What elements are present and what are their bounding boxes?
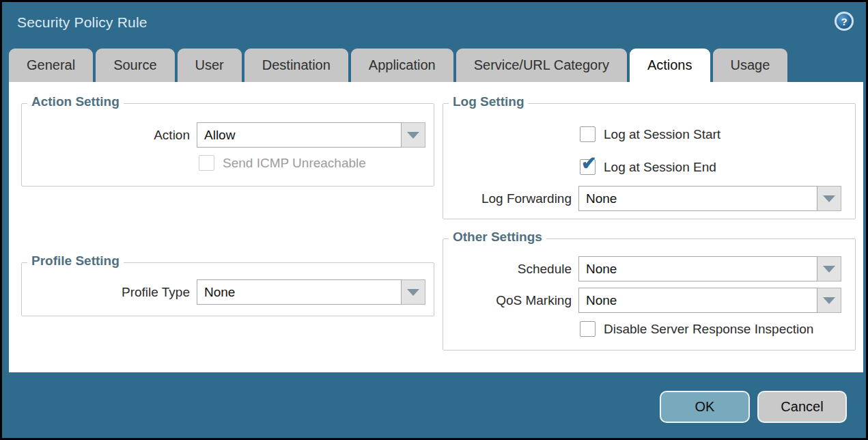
checkmark-icon: ✔ bbox=[581, 154, 597, 173]
chevron-down-icon bbox=[823, 266, 835, 273]
qos-marking-dropdown-value[interactable]: None bbox=[578, 288, 817, 313]
log-forwarding-dropdown[interactable]: None bbox=[578, 186, 841, 211]
log-forwarding-dropdown-button[interactable] bbox=[817, 186, 841, 211]
tab-application[interactable]: Application bbox=[351, 49, 453, 82]
cancel-button[interactable]: Cancel bbox=[757, 391, 847, 423]
action-dropdown-button[interactable] bbox=[402, 122, 425, 148]
action-setting-legend: Action Setting bbox=[27, 94, 124, 109]
log-session-end-label: Log at Session End bbox=[596, 160, 716, 175]
schedule-label: Schedule bbox=[443, 262, 578, 277]
profile-type-dropdown[interactable]: None bbox=[197, 279, 425, 305]
tab-bar: General Source User Destination Applicat… bbox=[9, 49, 787, 82]
dialog-title: Security Policy Rule bbox=[17, 14, 148, 31]
other-settings-group: Other Settings Schedule None QoS Marking… bbox=[443, 238, 856, 350]
log-setting-legend: Log Setting bbox=[449, 94, 528, 109]
action-setting-group: Action Setting Action Allow ✔ Send ICMP … bbox=[21, 103, 434, 187]
schedule-dropdown[interactable]: None bbox=[578, 256, 841, 281]
qos-marking-label: QoS Marking bbox=[443, 293, 578, 308]
profile-type-dropdown-value[interactable]: None bbox=[197, 279, 402, 305]
tab-destination[interactable]: Destination bbox=[244, 49, 348, 82]
security-policy-rule-dialog: Security Policy Rule ? General Source Us… bbox=[0, 0, 868, 440]
help-icon[interactable]: ? bbox=[835, 12, 854, 31]
qos-marking-dropdown[interactable]: None bbox=[578, 288, 841, 313]
other-settings-legend: Other Settings bbox=[449, 230, 546, 245]
profile-setting-legend: Profile Setting bbox=[27, 253, 124, 269]
send-icmp-unreachable-checkbox: ✔ bbox=[199, 155, 214, 171]
log-setting-group: Log Setting ✔ Log at Session Start ✔ Log… bbox=[443, 103, 856, 219]
profile-type-dropdown-button[interactable] bbox=[402, 279, 425, 305]
tab-usage[interactable]: Usage bbox=[713, 49, 788, 82]
log-session-start-checkbox[interactable]: ✔ bbox=[580, 126, 596, 142]
tab-actions[interactable]: Actions bbox=[630, 49, 710, 83]
tab-service-url-category[interactable]: Service/URL Category bbox=[456, 49, 627, 82]
schedule-dropdown-value[interactable]: None bbox=[578, 256, 817, 281]
profile-setting-group: Profile Setting Profile Type None bbox=[21, 262, 434, 316]
ok-button[interactable]: OK bbox=[660, 391, 750, 423]
action-label: Action bbox=[22, 128, 197, 143]
send-icmp-unreachable-label: Send ICMP Unreachable bbox=[214, 156, 366, 171]
log-session-start-label: Log at Session Start bbox=[596, 127, 720, 142]
log-forwarding-dropdown-value[interactable]: None bbox=[578, 186, 817, 211]
qos-marking-dropdown-button[interactable] bbox=[817, 288, 841, 313]
tab-source[interactable]: Source bbox=[96, 49, 174, 82]
action-dropdown[interactable]: Allow bbox=[197, 122, 425, 148]
log-session-end-checkbox[interactable]: ✔ bbox=[580, 159, 596, 175]
schedule-dropdown-button[interactable] bbox=[817, 256, 841, 281]
disable-server-response-inspection-label: Disable Server Response Inspection bbox=[596, 322, 813, 337]
chevron-down-icon bbox=[407, 289, 419, 296]
chevron-down-icon bbox=[823, 297, 835, 304]
actions-tab-panel: Action Setting Action Allow ✔ Send ICMP … bbox=[9, 82, 863, 372]
disable-server-response-inspection-checkbox[interactable]: ✔ bbox=[580, 321, 596, 337]
chevron-down-icon bbox=[823, 195, 835, 202]
chevron-down-icon bbox=[407, 132, 419, 139]
profile-type-label: Profile Type bbox=[22, 285, 197, 300]
log-forwarding-label: Log Forwarding bbox=[443, 191, 578, 206]
help-question-glyph: ? bbox=[837, 14, 852, 29]
action-dropdown-value[interactable]: Allow bbox=[197, 122, 402, 148]
tab-general[interactable]: General bbox=[9, 49, 93, 82]
tab-user[interactable]: User bbox=[178, 49, 242, 82]
